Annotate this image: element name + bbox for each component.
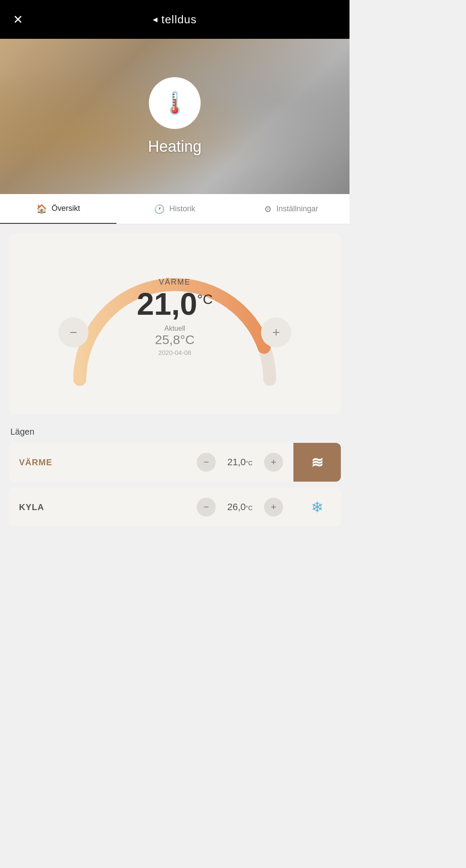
mode-varme-temp: 21,0°C bbox=[223, 457, 257, 468]
tab-oversikt[interactable]: 🏠 Översikt bbox=[0, 194, 116, 224]
gauge-card: VÄRME 21,0°C Aktuell 25,8°C 2020-04-08 −… bbox=[9, 233, 341, 414]
mode-varme-minus-button[interactable]: − bbox=[197, 453, 216, 472]
gauge-minus-button[interactable]: − bbox=[58, 317, 88, 348]
gauge-actual-label: Aktuell bbox=[137, 325, 213, 332]
close-button[interactable]: ✕ bbox=[13, 13, 23, 27]
gauge-set-temp: 21,0°C bbox=[137, 288, 213, 320]
gauge-container: VÄRME 21,0°C Aktuell 25,8°C 2020-04-08 −… bbox=[54, 250, 296, 397]
mode-kyla-temp: 26,0°C bbox=[223, 501, 257, 513]
flame-icon bbox=[311, 454, 323, 471]
mode-kyla-action-button[interactable] bbox=[293, 488, 341, 526]
nav-tabs: 🏠 Översikt 🕐 Historik ⚙ Inställningar bbox=[0, 194, 350, 224]
hero-banner: 🌡️ Heating bbox=[0, 39, 350, 194]
settings-icon: ⚙ bbox=[264, 204, 272, 214]
tab-historik[interactable]: 🕐 Historik bbox=[116, 194, 233, 224]
brand-icon: ◂ bbox=[153, 14, 158, 25]
gauge-actual-temp: 25,8°C bbox=[137, 332, 213, 347]
mode-kyla-minus-button[interactable]: − bbox=[197, 498, 216, 517]
tab-oversikt-label: Översikt bbox=[51, 204, 80, 213]
mode-row-varme: VÄRME − 21,0°C + bbox=[9, 443, 341, 482]
gauge-mode-label: VÄRME bbox=[137, 278, 213, 287]
main-content: VÄRME 21,0°C Aktuell 25,8°C 2020-04-08 −… bbox=[0, 224, 350, 541]
mode-varme-content: VÄRME − 21,0°C + bbox=[9, 453, 293, 472]
mode-kyla-plus-button[interactable]: + bbox=[264, 498, 283, 517]
gauge-center: VÄRME 21,0°C Aktuell 25,8°C 2020-04-08 bbox=[137, 278, 213, 356]
tab-installningar-label: Inställningar bbox=[276, 204, 318, 213]
tab-historik-label: Historik bbox=[169, 204, 195, 213]
modes-section-title: Lägen bbox=[9, 427, 341, 437]
mode-varme-controls: − 21,0°C + bbox=[197, 453, 283, 472]
history-icon: 🕐 bbox=[154, 204, 165, 214]
mode-kyla-name: KYLA bbox=[19, 502, 62, 512]
gauge-date: 2020-04-08 bbox=[137, 349, 213, 356]
mode-kyla-content: KYLA − 26,0°C + bbox=[9, 498, 293, 517]
mode-kyla-controls: − 26,0°C + bbox=[197, 498, 283, 517]
thermometer-icon: 🌡️ bbox=[161, 92, 188, 114]
mode-row-kyla: KYLA − 26,0°C + bbox=[9, 488, 341, 526]
home-icon: 🏠 bbox=[36, 204, 47, 214]
brand-logo: ◂ telldus bbox=[153, 13, 197, 26]
top-bar: ✕ ◂ telldus bbox=[0, 0, 350, 39]
hero-icon-circle: 🌡️ bbox=[149, 77, 201, 129]
mode-varme-action-button[interactable] bbox=[293, 443, 341, 482]
brand-name: telldus bbox=[161, 13, 197, 26]
hero-title: Heating bbox=[148, 138, 202, 156]
tab-installningar[interactable]: ⚙ Inställningar bbox=[233, 194, 350, 224]
mode-varme-name: VÄRME bbox=[19, 458, 62, 467]
snowflake-icon bbox=[311, 498, 323, 516]
gauge-plus-button[interactable]: + bbox=[261, 317, 291, 348]
mode-varme-plus-button[interactable]: + bbox=[264, 453, 283, 472]
